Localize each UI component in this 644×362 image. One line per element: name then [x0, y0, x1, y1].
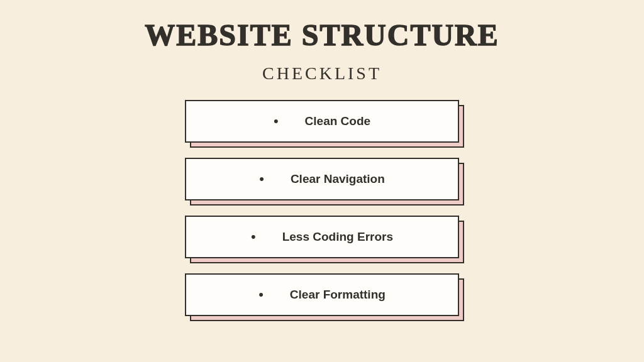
item-text: Clean Code: [305, 114, 371, 128]
item-text: Clear Navigation: [291, 172, 385, 186]
bullet-icon: •: [259, 171, 264, 187]
checklist: • Clean Code • Clear Navigation • Less C…: [185, 100, 459, 316]
list-item: • Less Coding Errors: [185, 216, 459, 258]
bullet-icon: •: [251, 229, 256, 245]
page-title: WEBSITE STRUCTURE: [145, 18, 499, 52]
item-text: Less Coding Errors: [282, 230, 393, 244]
page-subtitle: CHECKLIST: [262, 63, 382, 84]
bullet-icon: •: [258, 287, 264, 303]
item-text: Clear Formatting: [290, 288, 386, 302]
item-box: • Clean Code: [185, 100, 459, 143]
item-box: • Less Coding Errors: [185, 216, 459, 258]
list-item: • Clear Navigation: [185, 158, 459, 200]
item-box: • Clear Navigation: [185, 158, 459, 200]
list-item: • Clear Formatting: [185, 273, 459, 316]
item-box: • Clear Formatting: [185, 273, 459, 316]
bullet-icon: •: [274, 113, 279, 129]
list-item: • Clean Code: [185, 100, 459, 143]
